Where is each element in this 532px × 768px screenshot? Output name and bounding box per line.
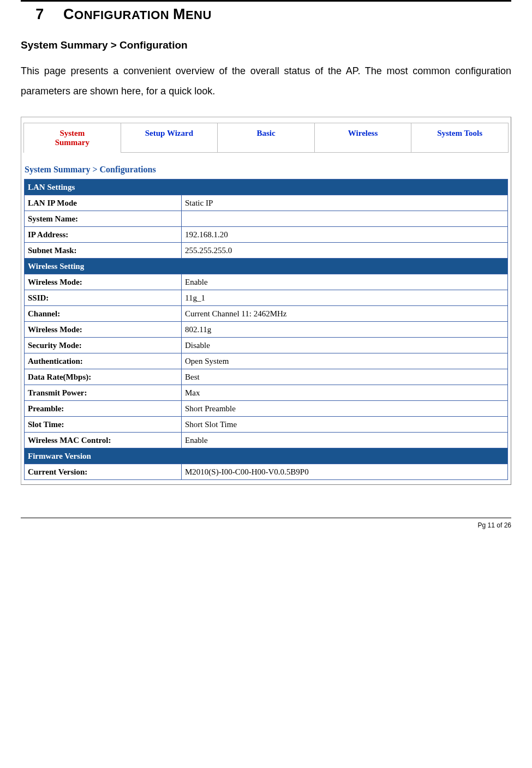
tab-setup-wizard[interactable]: Setup Wizard bbox=[121, 123, 218, 153]
section-wireless: Wireless Setting bbox=[25, 259, 508, 274]
wl-value: Short Preamble bbox=[182, 401, 508, 417]
wl-label: Wireless MAC Control: bbox=[25, 433, 182, 448]
config-table: LAN SettingsLAN IP ModeStatic IPSystem N… bbox=[24, 179, 508, 480]
wl-value: Open System bbox=[182, 353, 508, 369]
fw-label: Current Version: bbox=[25, 464, 182, 480]
table-row: Authentication:Open System bbox=[25, 353, 508, 369]
tab-system-summary[interactable]: System Summary bbox=[23, 123, 121, 153]
table-row: Preamble:Short Preamble bbox=[25, 401, 508, 417]
table-row: LAN IP ModeStatic IP bbox=[25, 195, 508, 211]
wl-value: Best bbox=[182, 369, 508, 385]
config-screenshot: System Summary Setup Wizard Basic Wirele… bbox=[21, 117, 511, 485]
section-lan-title: LAN Settings bbox=[25, 179, 508, 195]
wl-value: 802.11g bbox=[182, 322, 508, 338]
wl-value: Max bbox=[182, 385, 508, 401]
lan-label: IP Address: bbox=[25, 227, 182, 243]
table-row: Subnet Mask:255.255.255.0 bbox=[25, 243, 508, 259]
wl-value: Enable bbox=[182, 274, 508, 290]
lan-value: Static IP bbox=[182, 195, 508, 211]
section-lan: LAN Settings bbox=[25, 179, 508, 195]
wl-label: Data Rate(Mbps): bbox=[25, 369, 182, 385]
tab-wireless[interactable]: Wireless bbox=[315, 123, 412, 153]
page-body: 7 CONFIGURATION MENU System Summary > Co… bbox=[0, 6, 532, 485]
tab-basic[interactable]: Basic bbox=[218, 123, 315, 153]
wl-value: Enable bbox=[182, 433, 508, 448]
table-row: SSID:11g_1 bbox=[25, 290, 508, 306]
table-row: Security Mode:Disable bbox=[25, 338, 508, 353]
tab-system-tools[interactable]: System Tools bbox=[411, 123, 509, 153]
wl-label: Preamble: bbox=[25, 401, 182, 417]
wl-label: Wireless Mode: bbox=[25, 322, 182, 338]
wl-label: Channel: bbox=[25, 306, 182, 322]
table-row: Channel:Current Channel 11: 2462MHz bbox=[25, 306, 508, 322]
lan-label: System Name: bbox=[25, 211, 182, 227]
section-firmware-title: Firmware Version bbox=[25, 448, 508, 464]
screenshot-breadcrumb: System Summary > Configurations bbox=[25, 165, 507, 175]
wl-label: Wireless Mode: bbox=[25, 274, 182, 290]
table-row: Transmit Power:Max bbox=[25, 385, 508, 401]
wl-label: Security Mode: bbox=[25, 338, 182, 353]
lan-value: 192.168.1.20 bbox=[182, 227, 508, 243]
wl-label: Transmit Power: bbox=[25, 385, 182, 401]
wl-value: Disable bbox=[182, 338, 508, 353]
table-row: System Name: bbox=[25, 211, 508, 227]
lan-value: 255.255.255.0 bbox=[182, 243, 508, 259]
wl-label: Slot Time: bbox=[25, 417, 182, 433]
lan-label: LAN IP Mode bbox=[25, 195, 182, 211]
chapter-heading: 7 CONFIGURATION MENU bbox=[21, 6, 511, 23]
table-row: Data Rate(Mbps):Best bbox=[25, 369, 508, 385]
tab-bar: System Summary Setup Wizard Basic Wirele… bbox=[23, 123, 509, 153]
lan-value bbox=[182, 211, 508, 227]
fw-value: M2010(S)-I00-C00-H00-V0.0.5B9P0 bbox=[182, 464, 508, 480]
wl-value: Short Slot Time bbox=[182, 417, 508, 433]
section-firmware: Firmware Version bbox=[25, 448, 508, 464]
table-row: Slot Time:Short Slot Time bbox=[25, 417, 508, 433]
lan-label: Subnet Mask: bbox=[25, 243, 182, 259]
wl-label: SSID: bbox=[25, 290, 182, 306]
section-wireless-title: Wireless Setting bbox=[25, 259, 508, 274]
table-row: IP Address:192.168.1.20 bbox=[25, 227, 508, 243]
table-row: Wireless Mode:Enable bbox=[25, 274, 508, 290]
top-rule bbox=[21, 0, 511, 2]
wl-label: Authentication: bbox=[25, 353, 182, 369]
wl-value: 11g_1 bbox=[182, 290, 508, 306]
breadcrumb: System Summary > Configuration bbox=[21, 39, 511, 51]
chapter-number: 7 bbox=[21, 6, 59, 23]
intro-paragraph: This page presents a convenient overview… bbox=[21, 61, 511, 101]
table-row: Current Version:M2010(S)-I00-C00-H00-V0.… bbox=[25, 464, 508, 480]
wl-value: Current Channel 11: 2462MHz bbox=[182, 306, 508, 322]
page-footer: Pg 11 of 26 bbox=[0, 518, 532, 539]
chapter-title: CONFIGURATION MENU bbox=[63, 6, 212, 22]
table-row: Wireless MAC Control:Enable bbox=[25, 433, 508, 448]
table-row: Wireless Mode:802.11g bbox=[25, 322, 508, 338]
